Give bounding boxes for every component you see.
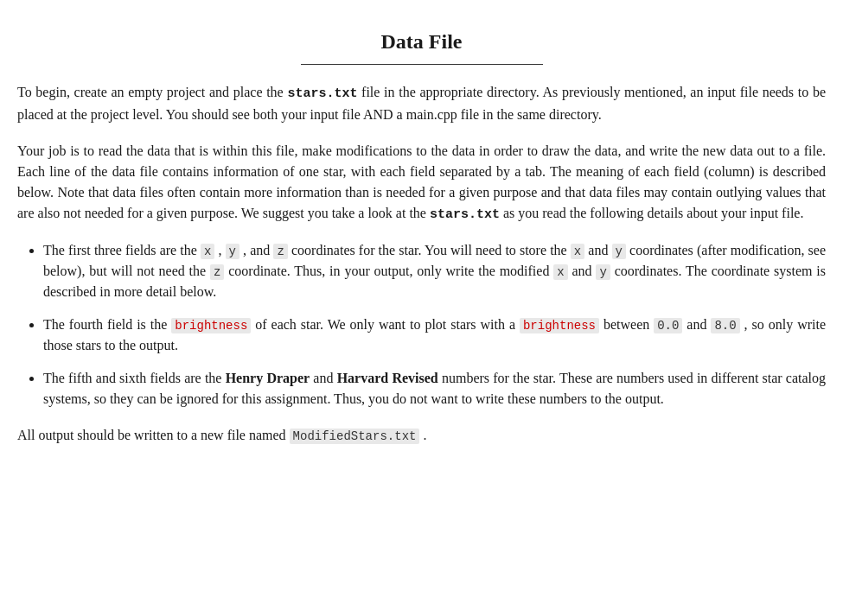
bullet2-pre: The fourth field is the (43, 317, 171, 332)
code-val2: 8.0 (711, 318, 739, 333)
page-container: Data File To begin, create an empty proj… (9, 17, 834, 463)
code-val1: 0.0 (654, 318, 682, 333)
code-y2: y (612, 244, 626, 259)
code-brightness1: brightness (171, 318, 251, 333)
intro-text-2-cont: as you read the following details about … (500, 206, 803, 220)
code-y1: y (226, 244, 239, 259)
code-modified-stars: ModifiedStars.txt (290, 429, 420, 444)
bullet1-and-z: , and (239, 243, 273, 257)
bullet2-and: and (682, 317, 711, 332)
code-y3: y (596, 264, 610, 280)
harvard-revised-bold: Harvard Revised (337, 371, 438, 385)
code-z2: z (210, 264, 224, 280)
henry-draper-bold: Henry Draper (226, 371, 310, 385)
bullet-list: The first three fields are the x , y , a… (43, 240, 826, 410)
bullet3-and: and (310, 371, 337, 385)
intro-paragraph1: To begin, create an empty project and pl… (17, 82, 826, 125)
intro-paragraph2: Your job is to read the data that is wit… (17, 141, 826, 225)
page-title: Data File (17, 26, 826, 57)
code-x2: x (571, 244, 584, 259)
code-x1: x (201, 244, 214, 259)
bullet1-cont2: coordinate. Thus, in your output, only w… (224, 264, 553, 278)
bullet1-comma1: , (214, 243, 225, 257)
code-x3: x (553, 264, 567, 280)
intro-text-1: To begin, create an empty project and pl… (17, 85, 287, 99)
list-item-coordinates: The first three fields are the x , y , a… (43, 240, 826, 302)
title-divider (301, 64, 543, 65)
bullet1-and-y2: and (568, 264, 597, 278)
code-z1: z (273, 244, 287, 259)
bullet1-mid: coordinates for the star. You will need … (288, 243, 571, 257)
bullet3-pre: The fifth and sixth fields are the (43, 371, 226, 385)
bullet2-mid2: between (599, 317, 654, 332)
stars-file-2: stars.txt (430, 207, 500, 222)
bullet1-pre: The first three fields are the (43, 243, 201, 257)
bullet2-mid: of each star. We only want to plot stars… (251, 317, 520, 332)
list-item-brightness: The fourth field is the brightness of ea… (43, 314, 826, 356)
footer-post: . (419, 428, 426, 442)
footer-paragraph: All output should be written to a new fi… (17, 425, 826, 446)
bullet1-and-y: and (584, 243, 611, 257)
list-item-catalog: The fifth and sixth fields are the Henry… (43, 368, 826, 410)
footer-pre: All output should be written to a new fi… (17, 428, 290, 442)
code-brightness2: brightness (520, 318, 599, 333)
stars-file-1: stars.txt (287, 86, 357, 101)
